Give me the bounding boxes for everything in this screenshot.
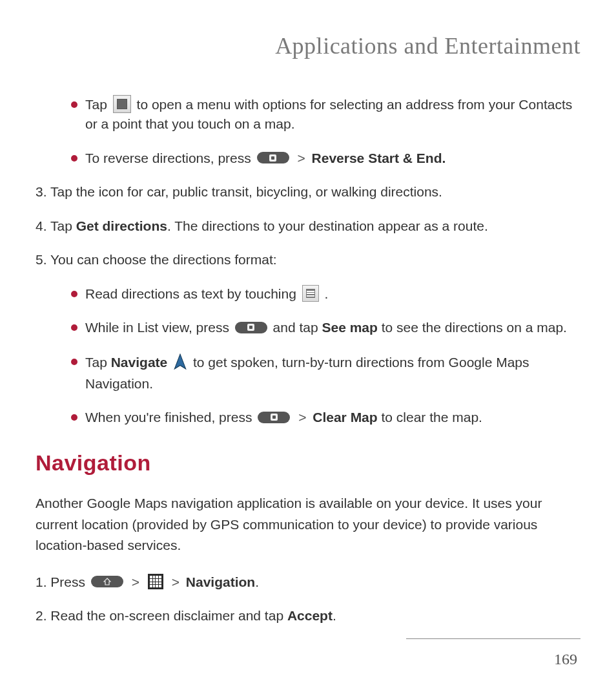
text: Read directions as text by touching <box>85 286 300 301</box>
step-item: 5. You can choose the directions format: <box>36 250 580 269</box>
text: While in List view, press <box>85 320 233 335</box>
step-item: 4. Tap Get directions. The directions to… <box>36 216 580 236</box>
ordered-steps-navigation: 1. Press > > Navigation. 2. Read the on-… <box>36 573 580 626</box>
navigate-arrow-icon <box>173 353 187 375</box>
text: . <box>325 286 329 301</box>
text-bold: Reverse Start & End. <box>312 151 446 165</box>
menu-key-icon <box>257 152 289 163</box>
bullet-list-top: Tap to open a menu with options for sele… <box>71 95 580 168</box>
body-content: Tap to open a menu with options for sele… <box>36 95 580 626</box>
menu-key-icon <box>258 412 290 423</box>
text: To reverse directions, press <box>85 151 255 165</box>
text: Press <box>50 574 89 589</box>
bullet-item: Read directions as text by touching . <box>71 284 580 304</box>
menu-key-icon <box>235 322 267 333</box>
bullet-item: While in List view, press and tap See ma… <box>71 318 580 337</box>
text: to see the directions on a map. <box>382 320 567 335</box>
page-header: Applications and Entertainment <box>36 32 580 59</box>
apps-grid-icon <box>148 574 163 589</box>
manual-page: Applications and Entertainment Tap to op… <box>0 0 616 694</box>
bullet-item: To reverse directions, press > Reverse S… <box>71 149 580 168</box>
text: You can choose the directions format: <box>50 252 277 267</box>
bullet-list-format: Read directions as text by touching . Wh… <box>71 284 580 428</box>
svg-marker-0 <box>174 354 185 369</box>
section-heading-navigation: Navigation <box>36 447 580 479</box>
home-key-icon <box>91 576 123 587</box>
text: Tap the icon for car, public transit, bi… <box>50 184 442 199</box>
step-number: 5. <box>36 252 47 267</box>
page-number: 169 <box>554 651 577 668</box>
step-number: 1. <box>36 574 47 589</box>
text: to open a menu with options for selectin… <box>85 97 572 131</box>
step-number: 3. <box>36 184 47 199</box>
step-number: 4. <box>36 218 47 233</box>
bullet-item: Tap to open a menu with options for sele… <box>71 95 580 134</box>
step-number: 2. <box>36 608 47 623</box>
navigation-intro-paragraph: Another Google Maps navigation applicati… <box>36 493 580 556</box>
text-bold: Clear Map <box>313 410 377 425</box>
breadcrumb-separator: > <box>297 151 309 165</box>
text-bold: Navigation <box>186 574 255 589</box>
text: . <box>333 608 336 623</box>
text: Tap <box>85 354 111 369</box>
breadcrumb-separator: > <box>132 574 143 589</box>
text-bold: See map <box>322 320 378 335</box>
step-item: 1. Press > > Navigation. <box>36 573 580 592</box>
text: Tap <box>85 97 111 112</box>
text: . <box>255 574 259 589</box>
text-bold: Accept <box>287 608 333 623</box>
text: When you're finished, press <box>85 410 256 425</box>
footer-rule <box>406 638 580 639</box>
text: and tap <box>273 320 322 335</box>
ordered-steps-mid: 3. Tap the icon for car, public transit,… <box>36 182 580 269</box>
step-item: 2. Read the on-screen disclaimer and tap… <box>36 606 580 626</box>
text: Tap <box>50 218 76 233</box>
step-item: 3. Tap the icon for car, public transit,… <box>36 182 580 202</box>
bullet-item: Tap Navigate to get spoken, turn-by-turn… <box>71 352 580 394</box>
text-bold: Navigate <box>111 354 168 369</box>
bullet-item: When you're finished, press > Clear Map … <box>71 408 580 427</box>
text-bold: Get directions <box>76 218 167 233</box>
text: . The directions to your destination app… <box>167 218 488 233</box>
text: Read the on-screen disclaimer and tap <box>50 608 287 623</box>
contacts-menu-icon <box>113 95 131 113</box>
breadcrumb-separator: > <box>298 410 310 425</box>
list-view-icon <box>302 285 319 302</box>
breadcrumb-separator: > <box>172 574 183 589</box>
text: to clear the map. <box>381 410 482 425</box>
